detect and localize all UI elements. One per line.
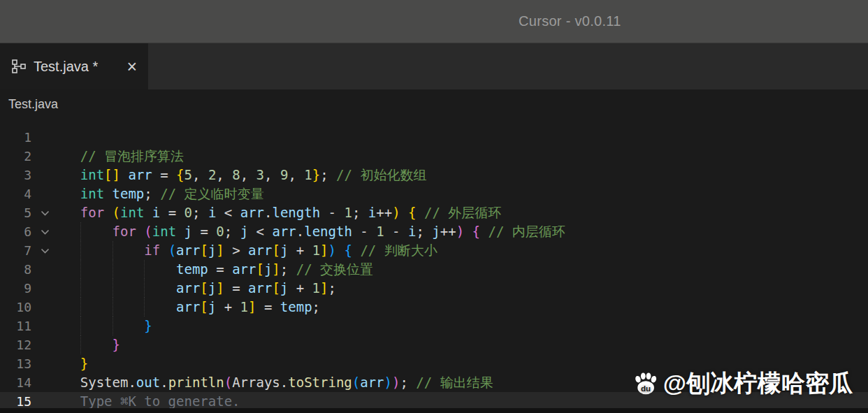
token-fn: toString [288, 375, 352, 390]
code-content[interactable]: // 冒泡排序算法 [48, 147, 868, 166]
token-var: out [136, 375, 160, 390]
window-bottom-edge [0, 408, 868, 413]
token-var: j [185, 224, 192, 239]
token-num: 2 [208, 167, 216, 182]
token-num: 0 [185, 205, 192, 220]
code-content[interactable]: if (arr[j] > arr[j + 1]) { // 判断大小 [48, 241, 868, 260]
paw-logo-text: du [641, 384, 651, 393]
code-content[interactable]: temp = arr[j]; // 交换位置 [48, 260, 868, 279]
token-var: length [304, 224, 352, 239]
token-ws [48, 356, 80, 371]
tab-label: Test.java * [34, 59, 125, 75]
gutter: 7 [0, 241, 48, 260]
code-content[interactable]: for (int j = 0; j < arr.length - 1 - i; … [48, 222, 868, 241]
token-comment: // 判断大小 [360, 242, 437, 258]
watermark: du @刨冰柠檬哈密瓜 [632, 368, 853, 400]
token-var: j [264, 261, 272, 277]
line-number: 8 [0, 260, 31, 279]
code-content[interactable]: int temp; // 定义临时变量 [48, 184, 868, 203]
code-content[interactable]: arr[j] = arr[j + 1]; [48, 279, 868, 298]
line-number: 5 [0, 203, 31, 222]
token-var: temp [113, 186, 145, 201]
code-line: 11 } [0, 317, 868, 335]
token-num: 5 [185, 167, 192, 182]
token-plain: ; [400, 375, 416, 390]
line-number: 11 [0, 317, 31, 335]
token-b1: ] [320, 280, 328, 296]
line-number: 4 [0, 184, 31, 203]
gutter: 6 [0, 222, 48, 241]
line-number: 9 [0, 279, 31, 298]
code-content[interactable]: arr[j + 1] = temp; [48, 298, 868, 317]
token-comment: // 内层循环 [488, 224, 565, 239]
token-plain [464, 224, 472, 239]
token-b1: ] [272, 261, 280, 277]
code-line: 8 temp = arr[j]; // 交换位置 [0, 260, 868, 279]
code-content[interactable]: } [48, 317, 868, 335]
token-plain [104, 205, 112, 220]
line-number: 6 [0, 222, 31, 241]
line-number: 3 [0, 166, 31, 184]
token-plain [136, 224, 144, 239]
token-ws [48, 393, 80, 409]
token-plain [160, 242, 168, 258]
token-ws [48, 167, 80, 182]
gutter: 13 [0, 354, 48, 373]
token-b1: [] [104, 167, 120, 182]
token-ws [48, 318, 144, 333]
token-comment: // 输出结果 [416, 375, 493, 390]
code-content[interactable]: int[] arr = {5, 2, 8, 3, 9, 1}; // 初始化数组 [48, 166, 868, 184]
code-content[interactable] [48, 128, 868, 147]
line-number: 12 [0, 335, 31, 354]
token-plain: ; [320, 167, 336, 182]
token-plain: . [296, 224, 304, 239]
tab-bar: Test.java * × [0, 43, 868, 89]
line-number: 7 [0, 241, 31, 260]
token-plain: + [216, 299, 240, 314]
token-var: i [208, 205, 216, 220]
close-tab-icon[interactable]: × [125, 58, 138, 75]
token-plain [416, 205, 424, 220]
token-plain: = [208, 261, 232, 277]
token-var: length [272, 205, 320, 220]
indent-guide [80, 222, 81, 241]
code-content[interactable]: } [48, 335, 868, 354]
token-plain: . [160, 375, 168, 390]
gutter: 8 [0, 260, 48, 279]
token-var: arr [176, 242, 200, 258]
indent-guide [113, 298, 113, 317]
indent-guide [80, 298, 81, 317]
breadcrumb-file-name[interactable]: Test.java [8, 97, 58, 112]
token-type: int [80, 186, 104, 201]
token-var: j [208, 299, 216, 314]
token-num: 3 [256, 167, 264, 182]
indent-guide [80, 279, 81, 298]
token-type: int [152, 224, 176, 239]
token-b2: ( [144, 224, 152, 239]
token-plain: + [288, 242, 312, 258]
token-b1: ] [320, 242, 328, 258]
token-var: i [408, 224, 416, 239]
window-title: Cursor - v0.0.11 [519, 13, 621, 29]
token-plain: , [192, 167, 208, 182]
token-b1: ] [216, 242, 224, 258]
token-plain: = [160, 205, 184, 220]
token-var: j [208, 280, 216, 296]
token-var: arr [248, 242, 272, 258]
token-b1: ( [113, 205, 120, 220]
tab-test-java[interactable]: Test.java * × [0, 43, 148, 89]
token-num: 1 [344, 205, 352, 220]
gutter: 9 [0, 279, 48, 298]
code-content[interactable]: for (int i = 0; i < arr.length - 1; i++)… [48, 203, 868, 222]
token-b1: ] [248, 299, 256, 314]
token-b1: [ [200, 242, 208, 258]
gutter: 4 [0, 184, 48, 203]
token-plain [480, 224, 488, 239]
token-comment: // 冒泡排序算法 [80, 148, 184, 164]
token-b1: [ [272, 280, 280, 296]
token-b1: ] [216, 280, 224, 296]
token-b2: ) [392, 375, 400, 390]
token-num: 1 [312, 242, 320, 258]
token-plain: ++ [376, 205, 392, 220]
inline-ai-hint: Type ⌘K to generate. [80, 393, 240, 409]
